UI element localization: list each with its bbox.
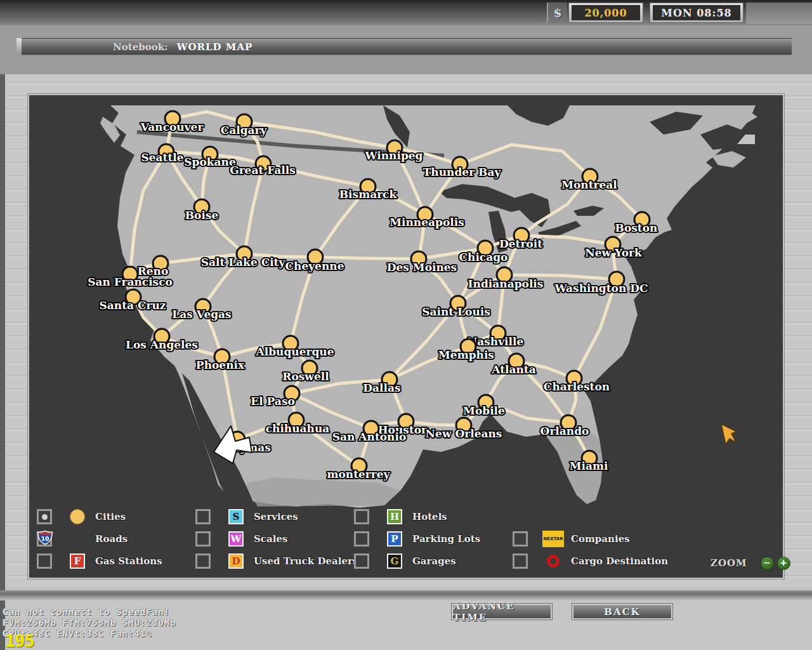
legend-icon-slot: F	[66, 554, 89, 569]
legend-icon-slot	[542, 555, 565, 567]
left-edge-strip	[0, 5, 5, 650]
back-button[interactable]: BACK	[572, 604, 672, 620]
legend-icon-slot: NEXTAR	[542, 531, 565, 547]
legend-item-gas-stations: FGas Stations	[37, 552, 162, 570]
time-panel: MON 08:58	[650, 3, 743, 23]
legend-icon-slot: G	[383, 554, 406, 569]
legend-icon-slot: H	[383, 509, 406, 524]
datetime-value: MON 08:58	[661, 7, 731, 19]
debug-line-2: FVM:256Mb FTM:758Mb SMU:230Mb	[3, 618, 176, 628]
svg-text:10: 10	[41, 536, 49, 542]
notebook-bar-cap	[16, 38, 22, 54]
legend-label-garages: Garages	[412, 555, 456, 567]
checkbox-scales[interactable]	[195, 531, 211, 547]
legend-item-services: SServices	[195, 508, 298, 526]
cargo-ring-icon	[547, 555, 560, 567]
legend-label-gas-stations: Gas Stations	[95, 555, 162, 567]
legend-item-cities: Cities	[37, 508, 126, 526]
map-legend: Cities10RoadsFGas StationsSServicesWScal…	[29, 95, 783, 578]
legend-label-cities: Cities	[95, 511, 126, 522]
legend-item-parking-lots: PParking Lots	[354, 530, 480, 548]
checkbox-services[interactable]	[195, 509, 211, 524]
checkbox-checked-dot	[42, 514, 48, 520]
legend-icon-slot: D	[225, 554, 247, 569]
bottom-divider	[0, 590, 812, 600]
legend-label-roads: Roads	[95, 533, 128, 545]
legend-label-parking-lots: Parking Lots	[412, 533, 480, 545]
zoom-control: ZOOM − +	[710, 555, 790, 571]
legend-label-services: Services	[254, 511, 298, 522]
hotel-icon: H	[387, 509, 402, 524]
legend-item-roads: 10Roads	[37, 530, 128, 548]
zoom-out-button[interactable]: −	[761, 557, 774, 570]
legend-icon-slot: S	[225, 509, 247, 524]
legend-label-hotels: Hotels	[412, 511, 447, 522]
legend-label-scales: Scales	[254, 533, 287, 545]
legend-item-scales: WScales	[195, 530, 287, 548]
checkbox-parking-lots[interactable]	[354, 531, 369, 547]
legend-item-cargo-destination: Cargo Destination	[513, 552, 668, 570]
advance-time-button[interactable]: ADVANCE TIME	[452, 604, 552, 620]
zoom-label: ZOOM	[710, 557, 747, 569]
legend-label-cargo-destination: Cargo Destination	[571, 555, 668, 567]
dealer-icon: D	[228, 554, 244, 569]
parking-icon: P	[387, 531, 402, 547]
top-bar-right-tab	[746, 3, 812, 24]
debug-line-1: Can not connect to SpeedFan!	[3, 607, 170, 617]
garage-icon: G	[387, 554, 402, 569]
legend-item-used-truck-dealers: DUsed Truck Dealers	[195, 552, 358, 570]
checkbox-used-truck-dealers[interactable]	[195, 554, 211, 569]
legend-label-companies: Companies	[571, 533, 630, 545]
legend-icon-slot: P	[383, 531, 406, 547]
top-hud-bar: $ 20,000 MON 08:58	[0, 0, 812, 25]
checkbox-gas-stations[interactable]	[37, 554, 52, 569]
checkbox-cities[interactable]	[37, 509, 52, 524]
checkbox-companies[interactable]	[513, 531, 528, 547]
city-dot-icon	[70, 509, 85, 524]
money-value: 20,000	[584, 7, 627, 19]
nextar-logo-icon: NEXTAR	[542, 531, 564, 547]
world-map-panel[interactable]: VancouverCalgarySeattleSpokaneGreat Fall…	[28, 94, 784, 579]
money-panel: 20,000	[568, 3, 643, 23]
legend-label-used-truck-dealers: Used Truck Dealers	[254, 555, 358, 567]
page-title: WORLD MAP	[177, 41, 253, 53]
legend-icon-slot	[66, 509, 89, 524]
services-icon: S	[228, 509, 244, 524]
checkbox-hotels[interactable]	[354, 509, 369, 524]
checkbox-garages[interactable]	[354, 554, 369, 569]
scales-icon: W	[228, 531, 244, 547]
legend-item-garages: GGarages	[354, 552, 456, 570]
notebook-header-bar: Notebook: WORLD MAP	[22, 38, 792, 55]
legend-icon-slot: W	[225, 531, 247, 547]
zoom-in-button[interactable]: +	[777, 557, 790, 570]
legend-item-hotels: HHotels	[354, 508, 447, 526]
notebook-label: Notebook:	[113, 41, 168, 53]
checkbox-cargo-destination[interactable]	[513, 554, 528, 569]
dollar-icon: $	[547, 3, 567, 23]
fuel-icon: F	[70, 554, 85, 569]
interstate-shield-icon: 10	[37, 530, 53, 545]
fps-counter: 195	[5, 631, 34, 650]
legend-item-companies: NEXTARCompanies	[513, 530, 630, 548]
